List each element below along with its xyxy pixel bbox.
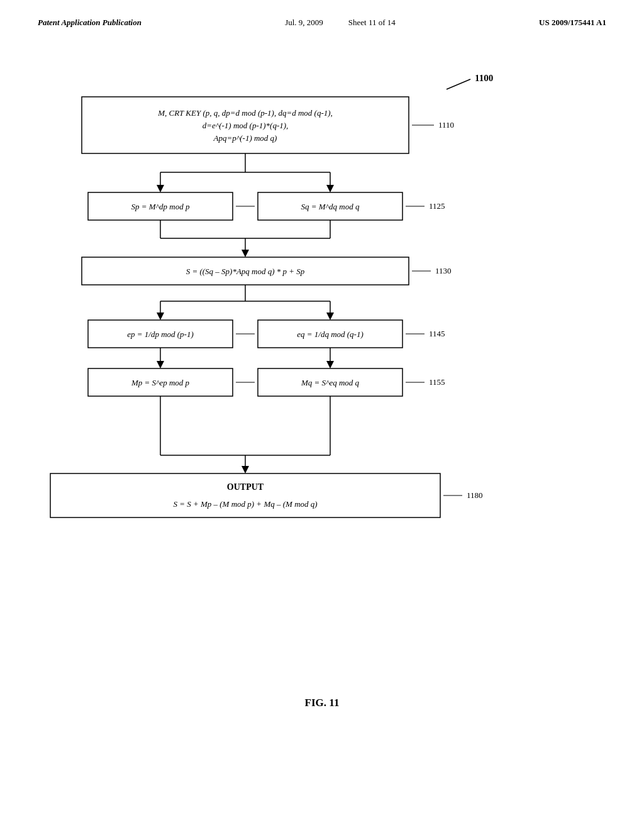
box-1110-line3: Apq=p^(-1) mod q) [213, 133, 277, 143]
box-1130-text: S = ((Sq – Sp)*Apq mod q) * p + Sp [186, 267, 305, 276]
svg-line-0 [447, 79, 470, 89]
header-center: Jul. 9, 2009 Sheet 11 of 14 [285, 18, 396, 28]
label-1125: 1125 [429, 201, 445, 211]
box-1120-text: Sp = M^dp mod p [131, 202, 190, 211]
label-1155: 1155 [429, 377, 445, 387]
box-1150-text: Mp = S^ep mod p [131, 378, 190, 387]
header-sheet: Sheet 11 of 14 [348, 18, 396, 28]
arrow-to-1130 [242, 250, 249, 257]
box-1180-title: OUTPUT [227, 482, 264, 492]
arrow-to-1120 [157, 185, 164, 192]
box-1145-text: eq = 1/dq mod (q-1) [297, 329, 364, 339]
figure-caption: FIG. 11 [0, 697, 644, 709]
arrow-to-1155 [326, 361, 334, 368]
label-1145: 1145 [429, 329, 445, 338]
label-1110: 1110 [438, 120, 454, 130]
box-1180-formula: S = S + Mp – (M mod p) + Mq – (M mod q) [173, 499, 317, 509]
box-1110-line2: d=e^(-1) mod (p-1)*(q-1), [203, 121, 289, 130]
box-1180 [50, 473, 440, 517]
arrow-to-1140 [157, 313, 164, 320]
box-1110-line1: M, CRT KEY (p, q, dp=d mod (p-1), dq=d m… [157, 108, 333, 118]
diagram-id-label: 1100 [475, 73, 493, 83]
arrow-to-1145 [326, 313, 334, 320]
box-1155-text: Mq = S^eq mod q [301, 378, 360, 387]
label-1130: 1130 [435, 266, 452, 275]
arrow-to-1180 [242, 466, 249, 473]
arrow-to-1125 [326, 185, 334, 192]
diagram-svg: 1100 M, CRT KEY (p, q, dp=d mod (p-1), d… [0, 53, 566, 669]
header-date: Jul. 9, 2009 [285, 18, 323, 28]
arrow-to-1150 [157, 361, 164, 368]
label-1180: 1180 [467, 490, 483, 500]
header-patent: US 2009/175441 A1 [539, 18, 606, 28]
box-1140-text: ep = 1/dp mod (p-1) [127, 329, 194, 339]
header-left: Patent Application Publication [38, 18, 142, 28]
page-header: Patent Application Publication Jul. 9, 2… [0, 0, 644, 34]
box-1125-text: Sq = M^dq mod q [301, 202, 360, 211]
diagram-container: 1100 M, CRT KEY (p, q, dp=d mod (p-1), d… [0, 53, 644, 672]
